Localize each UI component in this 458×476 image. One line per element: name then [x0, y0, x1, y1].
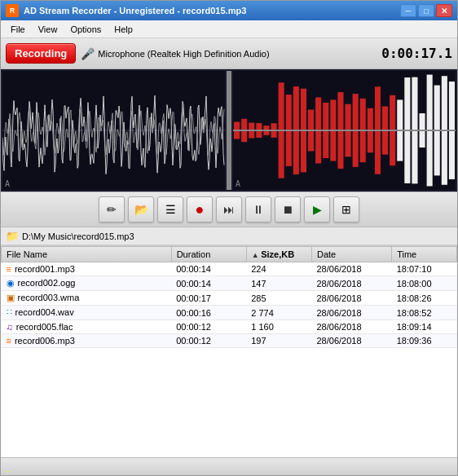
cell-size: 1 160 [246, 320, 311, 334]
cell-time: 18:09:36 [392, 334, 457, 348]
cell-filename: ▣record003.wma [2, 291, 172, 306]
file-list-area[interactable]: File Name Duration ▲ Size,KB Date Time [1, 245, 457, 457]
cell-date: 28/06/2018 [312, 291, 392, 306]
col-header-duration[interactable]: Duration [171, 247, 246, 262]
col-header-filename[interactable]: File Name [2, 247, 172, 262]
waveform-right [233, 71, 456, 190]
cell-filename: ∷record004.wav [2, 306, 172, 320]
menu-view[interactable]: View [32, 23, 64, 36]
table-row[interactable]: ♫record005.flac 00:00:12 1 160 28/06/201… [2, 320, 457, 334]
wma-icon: ▣ [7, 293, 15, 302]
title-bar-left: R AD Stream Recorder - Unregistered - re… [6, 4, 246, 17]
cell-size: 285 [246, 291, 311, 306]
cell-time: 18:08:52 [392, 306, 457, 320]
file-table: File Name Duration ▲ Size,KB Date Time [1, 246, 457, 348]
controls-bar: ✏ 📂 ☰ ● ⏭ ⏸ ⏹ ▶ ⊞ [1, 192, 457, 227]
cell-date: 28/06/2018 [312, 262, 392, 276]
fast-forward-button[interactable]: ⏭ [216, 196, 242, 223]
cell-filename: ≡record006.mp3 [2, 334, 172, 348]
folder-icon: 📁 [6, 230, 19, 242]
edit-button[interactable]: ✏ [99, 196, 125, 223]
cell-date: 28/06/2018 [312, 306, 392, 320]
cell-size: 224 [246, 262, 311, 276]
table-row[interactable]: ▣record003.wma 00:00:17 285 28/06/2018 1… [2, 291, 457, 306]
open-button[interactable]: 📂 [128, 196, 154, 223]
recording-timer: 0:00:17.1 [381, 46, 452, 61]
recording-status-badge: Recording [6, 43, 76, 64]
waveform-left [2, 71, 225, 190]
flac-icon: ♫ [7, 322, 13, 332]
cell-date: 28/06/2018 [312, 276, 392, 291]
menu-options[interactable]: Options [64, 23, 108, 36]
mic-label: Microphone (Realtek High Definition Audi… [98, 49, 269, 59]
current-file-path: D:\My Music\record015.mp3 [22, 231, 134, 241]
pause-button[interactable]: ⏸ [245, 196, 271, 223]
cell-size: 147 [246, 276, 311, 291]
waveform-canvas-right [233, 71, 456, 190]
menu-help[interactable]: Help [108, 23, 139, 36]
microphone-icon: 🎤 [81, 47, 95, 60]
minimize-button[interactable]: ─ [400, 4, 416, 17]
mp3-icon: ≡ [7, 264, 11, 274]
cell-duration: 00:00:12 [171, 334, 246, 348]
cell-time: 18:09:14 [392, 320, 457, 334]
menu-file[interactable]: File [4, 23, 32, 36]
status-bar: _ [1, 457, 457, 475]
status-cursor: _ [6, 462, 11, 472]
cell-filename: ≡record001.mp3 [2, 262, 172, 276]
waveform-area [1, 69, 457, 192]
table-row[interactable]: ≡record006.mp3 00:00:12 197 28/06/2018 1… [2, 334, 457, 348]
cell-time: 18:08:26 [392, 291, 457, 306]
col-header-time[interactable]: Time [392, 247, 457, 262]
window-title: AD Stream Recorder - Unregistered - reco… [24, 6, 246, 15]
cell-time: 18:07:10 [392, 262, 457, 276]
play-button[interactable]: ▶ [304, 196, 330, 223]
title-bar: R AD Stream Recorder - Unregistered - re… [1, 1, 457, 20]
cell-date: 28/06/2018 [312, 334, 392, 348]
cell-time: 18:08:00 [392, 276, 457, 291]
table-row[interactable]: ∷record004.wav 00:00:16 2 774 28/06/2018… [2, 306, 457, 320]
cell-duration: 00:00:14 [171, 262, 246, 276]
cell-duration: 00:00:16 [171, 306, 246, 320]
toolbar: Recording 🎤 Microphone (Realtek High Def… [1, 38, 457, 69]
list-button[interactable]: ☰ [157, 196, 183, 223]
cell-duration: 00:00:17 [171, 291, 246, 306]
close-button[interactable]: ✕ [436, 4, 452, 17]
cell-duration: 00:00:12 [171, 320, 246, 334]
mp3-icon: ≡ [7, 336, 11, 346]
record-button[interactable]: ● [187, 196, 213, 223]
table-header-row: File Name Duration ▲ Size,KB Date Time [2, 247, 457, 262]
file-path-bar: 📁 D:\My Music\record015.mp3 [1, 227, 457, 245]
cell-size: 2 774 [246, 306, 311, 320]
table-row[interactable]: ≡record001.mp3 00:00:14 224 28/06/2018 1… [2, 262, 457, 276]
mic-info: 🎤 Microphone (Realtek High Definition Au… [81, 47, 377, 60]
cell-size: 197 [246, 334, 311, 348]
menu-bar: File View Options Help [1, 20, 457, 38]
cell-filename: ♫record005.flac [2, 320, 172, 334]
col-header-size[interactable]: ▲ Size,KB [246, 247, 311, 262]
stop-button[interactable]: ⏹ [275, 196, 301, 223]
grid-button[interactable]: ⊞ [333, 196, 359, 223]
app-icon: R [6, 4, 19, 17]
ogg-icon: ◉ [7, 278, 15, 288]
maximize-button[interactable]: □ [418, 4, 434, 17]
wav-icon: ∷ [7, 307, 12, 317]
table-row[interactable]: ◉record002.ogg 00:00:14 147 28/06/2018 1… [2, 276, 457, 291]
main-window: R AD Stream Recorder - Unregistered - re… [0, 0, 458, 476]
cell-filename: ◉record002.ogg [2, 276, 172, 291]
col-header-date[interactable]: Date [312, 247, 392, 262]
cell-date: 28/06/2018 [312, 320, 392, 334]
window-controls: ─ □ ✕ [400, 4, 452, 17]
waveform-canvas-left [2, 71, 225, 190]
waveform-divider[interactable] [227, 71, 231, 190]
cell-duration: 00:00:14 [171, 276, 246, 291]
